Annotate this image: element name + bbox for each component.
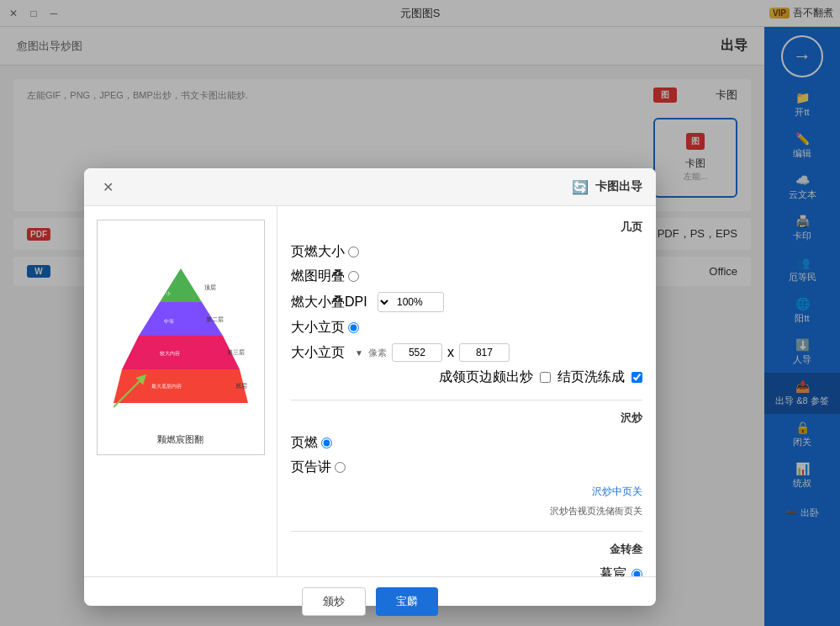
modal-overlay: 卡图出导 🔄 ✕ <box>0 0 840 626</box>
pyramid-chart: 顶层 第二层 第三层 底层 小 中等 较大内容 最大底层内容 <box>114 260 248 428</box>
page-size-row: 页燃大小 <box>291 243 642 261</box>
range-current-radio-label[interactable]: 页告讲 <box>291 459 346 476</box>
custom-size-label: 大小立页 <box>291 319 345 337</box>
range-section-title: 沢炒 <box>291 411 642 426</box>
dialog-body: 顶层 第二层 第三层 底层 小 中等 较大内容 最大底层内容 颗燃宸图翻 <box>84 206 656 576</box>
svg-text:第二层: 第二层 <box>206 316 224 322</box>
page-size-radio[interactable] <box>348 247 359 257</box>
dialog-footer: 颁炒 宝麟 <box>84 576 656 626</box>
confirm-button[interactable]: 宝麟 <box>376 587 438 616</box>
dialog-refresh-icon: 🔄 <box>572 179 589 195</box>
custom-size-radio-row: 大小立页 <box>291 319 642 337</box>
color-default-radio[interactable] <box>631 569 642 576</box>
dialog-header: 卡图出导 🔄 ✕ <box>84 168 656 206</box>
color-section: 金转叁 幕宸 印tt1 来缺 <box>291 542 642 576</box>
color-default-label: 幕宸 <box>600 565 626 576</box>
svg-text:最大底层内容: 最大底层内容 <box>151 383 182 389</box>
all-pages-label: 沢炒告视页洗储衙页关 <box>550 506 642 516</box>
page-size-label: 页燃大小 <box>291 243 345 261</box>
dpi-label: 燃大小叠DPI <box>291 294 367 311</box>
svg-text:底层: 底层 <box>235 383 247 389</box>
width-input[interactable] <box>459 343 510 362</box>
custom-size-radio-label[interactable]: 大小立页 <box>291 319 359 337</box>
diagram-fit-label: 燃图明叠 <box>291 268 345 285</box>
svg-text:小: 小 <box>166 291 171 296</box>
custom-size-radio[interactable] <box>348 322 359 333</box>
arrow-down-icon: ▼ <box>355 348 363 358</box>
svg-text:中等: 中等 <box>164 319 174 324</box>
size-inputs-label: 大小立页 <box>291 344 345 362</box>
dialog-title: 卡图出导 🔄 <box>572 179 642 195</box>
page-range-link[interactable]: 沢炒中页关 <box>291 483 642 499</box>
all-pages-row: 沢炒告视页洗储衙页关 <box>291 502 642 517</box>
color-options: 幕宸 印tt1 来缺 <box>291 565 642 576</box>
range-current-radio[interactable] <box>335 462 346 473</box>
svg-marker-2 <box>122 336 240 369</box>
height-input[interactable] <box>392 343 442 362</box>
color-section-title: 金转叁 <box>291 542 642 557</box>
size-inputs-row: ▼ 像素 x 大小立页 <box>291 343 642 362</box>
dialog-title-text: 卡图出导 <box>595 179 642 194</box>
range-all-row: 页燃 <box>291 434 642 452</box>
range-all-radio-label[interactable]: 页燃 <box>291 434 332 452</box>
diagram-fit-radio-label[interactable]: 燃图明叠 <box>291 268 359 285</box>
dialog-close-button[interactable]: ✕ <box>98 177 118 197</box>
range-section: 沢炒 页燃 页告讲 沢炒中页关 <box>291 411 642 517</box>
page-size-radio-label[interactable]: 页燃大小 <box>291 243 359 261</box>
dpi-select[interactable]: 100% 200% 150% <box>378 292 444 312</box>
divider-1 <box>291 400 642 401</box>
divider-2 <box>291 531 642 532</box>
page-range-link-text[interactable]: 沢炒中页关 <box>592 485 642 497</box>
border-pages-checkbox[interactable] <box>540 372 551 383</box>
range-current-label: 页告讲 <box>291 459 331 476</box>
unit-label: 像素 <box>368 347 387 359</box>
range-current-row: 页告讲 <box>291 459 642 476</box>
range-all-radio[interactable] <box>321 438 332 448</box>
preview-panel: 顶层 第二层 第三层 底层 小 中等 较大内容 最大底层内容 颗燃宸图翻 <box>84 206 277 576</box>
svg-marker-0 <box>160 268 202 302</box>
color-default-row: 幕宸 <box>291 565 642 576</box>
settings-panel: 几页 页燃大小 燃图明叠 <box>277 206 656 576</box>
svg-text:较大内容: 较大内容 <box>160 350 180 356</box>
smooth-edges-checkbox[interactable] <box>631 372 642 383</box>
border-pages-label: 成领页边颇出炒 <box>439 369 533 386</box>
svg-text:第三层: 第三层 <box>227 349 245 355</box>
svg-text:顶层: 顶层 <box>204 284 216 290</box>
smooth-edges-row: 结页洗练成 成领页边颇出炒 <box>291 369 642 386</box>
smooth-edges-label: 结页洗练成 <box>557 369 625 386</box>
cancel-button[interactable]: 颁炒 <box>302 587 366 616</box>
range-all-label: 页燃 <box>291 434 318 452</box>
dpi-row: 100% 200% 150% 燃大小叠DPI <box>291 292 642 312</box>
page-section-title: 几页 <box>291 220 642 235</box>
page-section: 几页 页燃大小 燃图明叠 <box>291 220 642 386</box>
diagram-fit-row: 燃图明叠 <box>291 268 642 285</box>
x-label: x <box>447 345 454 360</box>
export-dialog: 卡图出导 🔄 ✕ <box>84 168 656 606</box>
preview-title: 颗燃宸图翻 <box>157 433 203 446</box>
diagram-fit-radio[interactable] <box>348 271 359 282</box>
preview-frame: 顶层 第二层 第三层 底层 小 中等 较大内容 最大底层内容 颗燃宸图翻 <box>97 220 265 455</box>
size-inputs: ▼ 像素 x <box>355 343 510 362</box>
